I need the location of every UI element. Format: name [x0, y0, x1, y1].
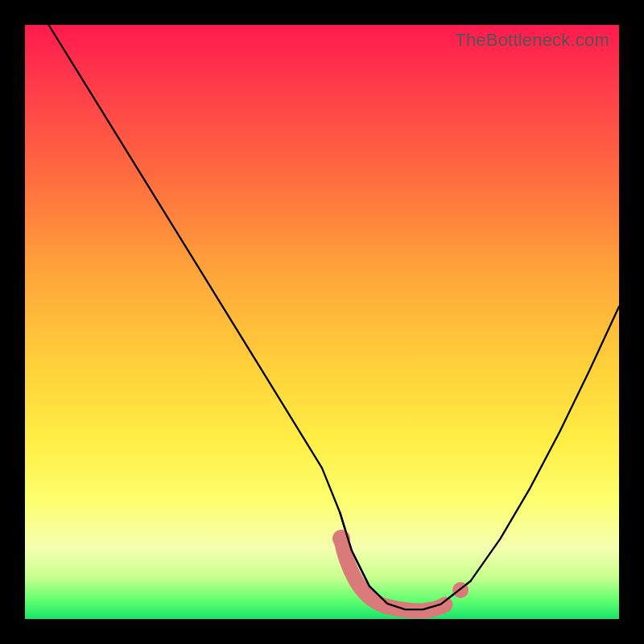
bottleneck-curve: [49, 25, 620, 609]
plot-area: TheBottleneck.com: [25, 25, 619, 619]
chart-frame: TheBottleneck.com: [0, 0, 644, 644]
curve-layer: [25, 25, 619, 619]
